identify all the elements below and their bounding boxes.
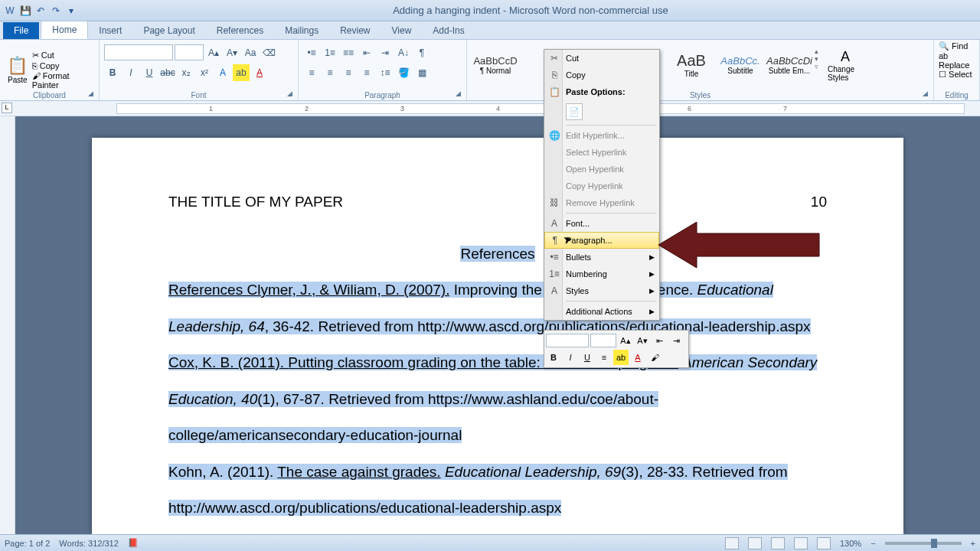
zoom-slider[interactable]	[885, 542, 962, 545]
tab-view[interactable]: View	[381, 22, 423, 39]
vertical-ruler[interactable]	[0, 116, 15, 534]
mini-highlight[interactable]: ab	[613, 350, 629, 365]
multilevel-button[interactable]: ≡≡	[340, 44, 357, 61]
status-words[interactable]: Words: 312/312	[59, 539, 118, 548]
subscript-button[interactable]: x₂	[178, 64, 194, 81]
copy-button[interactable]: ⎘ Copy	[32, 61, 94, 70]
undo-icon[interactable]: ↶	[34, 4, 47, 18]
bullets-button[interactable]: •≡	[303, 44, 320, 61]
select-button[interactable]: ☐ Select	[939, 70, 972, 80]
zoom-in-button[interactable]: +	[971, 539, 975, 548]
mini-dec-indent[interactable]: ⇤	[652, 333, 667, 348]
redo-icon[interactable]: ↷	[49, 4, 63, 18]
qat-dropdown-icon[interactable]: ▾	[64, 4, 78, 18]
view-outline[interactable]	[794, 537, 808, 549]
borders-button[interactable]: ▦	[413, 64, 430, 81]
cm-remove-hyperlink[interactable]: ⛓Remove Hyperlink	[544, 194, 659, 211]
line-spacing-button[interactable]: ↕≡	[377, 64, 394, 81]
style-subtitle[interactable]: AaBbCc.Subtitle	[717, 43, 764, 87]
align-center-button[interactable]: ≡	[322, 64, 338, 81]
cm-select-hyperlink[interactable]: Select Hyperlink	[544, 144, 659, 161]
cut-button[interactable]: ✂ Cut	[32, 51, 94, 60]
sort-button[interactable]: A↓	[395, 44, 412, 61]
strike-button[interactable]: abc	[159, 64, 176, 81]
zoom-out-button[interactable]: −	[871, 539, 875, 548]
tab-page-layout[interactable]: Page Layout	[132, 22, 205, 39]
save-icon[interactable]: 💾	[18, 4, 32, 18]
style-subtle-em[interactable]: AaBbCcDiSubtle Em...	[766, 43, 813, 87]
view-print-layout[interactable]	[725, 537, 739, 549]
increase-indent-button[interactable]: ⇥	[377, 44, 394, 61]
cm-additional-actions[interactable]: Additional Actions▶	[544, 303, 659, 320]
mini-font-combo[interactable]	[546, 334, 589, 347]
view-full-screen[interactable]	[748, 537, 762, 549]
change-styles-button[interactable]: AChange Styles	[827, 43, 864, 87]
mini-inc-indent[interactable]: ⇥	[668, 333, 684, 348]
shading-button[interactable]: 🪣	[395, 64, 412, 81]
font-size-combo[interactable]	[175, 44, 204, 60]
zoom-level[interactable]: 130%	[840, 539, 861, 548]
styles-launcher[interactable]: ◢	[923, 90, 932, 99]
mini-shrink-icon[interactable]: A▾	[635, 333, 650, 348]
cm-styles[interactable]: AStyles▶	[544, 282, 659, 299]
tab-mailings[interactable]: Mailings	[274, 22, 329, 39]
paragraph-launcher[interactable]: ◢	[456, 90, 465, 99]
mini-font-color[interactable]: A	[630, 350, 645, 365]
tab-selector[interactable]: L	[2, 103, 12, 113]
tab-references[interactable]: References	[206, 22, 274, 39]
cm-numbering[interactable]: 1≡Numbering▶	[544, 266, 659, 282]
mini-bold[interactable]: B	[546, 350, 561, 365]
view-web[interactable]	[771, 537, 785, 549]
find-button[interactable]: 🔍 Find	[939, 41, 968, 51]
cm-edit-hyperlink[interactable]: 🌐Edit Hyperlink...	[544, 127, 659, 144]
cm-copy[interactable]: ⎘Copy	[544, 67, 659, 83]
cm-copy-hyperlink[interactable]: Copy Hyperlink	[544, 178, 659, 194]
tab-home[interactable]: Home	[41, 21, 88, 39]
styles-gallery-more[interactable]: ▴▾▿	[815, 43, 825, 70]
underline-button[interactable]: U	[141, 64, 158, 81]
style-title[interactable]: AaBTitle	[668, 43, 715, 87]
change-case-icon[interactable]: Aa	[242, 44, 259, 61]
format-painter-button[interactable]: 🖌 Format Painter	[32, 71, 94, 90]
mini-underline[interactable]: U	[580, 350, 595, 365]
paste-button[interactable]: 📋 Paste	[5, 47, 31, 93]
mini-format-painter[interactable]: 🖌	[647, 350, 662, 365]
justify-button[interactable]: ≡	[358, 64, 375, 81]
cm-open-hyperlink[interactable]: Open Hyperlink	[544, 161, 659, 178]
font-launcher[interactable]: ◢	[287, 90, 296, 99]
align-right-button[interactable]: ≡	[340, 64, 357, 81]
numbering-button[interactable]: 1≡	[322, 44, 338, 61]
cm-font[interactable]: AFont...	[544, 215, 659, 232]
decrease-indent-button[interactable]: ⇤	[358, 44, 375, 61]
mini-center[interactable]: ≡	[596, 350, 612, 365]
mini-grow-icon[interactable]: A▴	[618, 333, 633, 348]
horizontal-ruler[interactable]: 1 2 3 4 5 6 7	[116, 103, 965, 114]
tab-review[interactable]: Review	[329, 22, 381, 39]
style-normal[interactable]: AaBbCcD¶ Normal	[472, 43, 519, 87]
tab-addins[interactable]: Add-Ins	[422, 22, 475, 39]
mini-size-combo[interactable]	[590, 334, 616, 347]
font-name-combo[interactable]	[104, 44, 173, 60]
status-page[interactable]: Page: 1 of 2	[5, 539, 50, 548]
cm-bullets[interactable]: •≡Bullets▶	[544, 249, 659, 266]
mini-italic[interactable]: I	[563, 350, 578, 365]
status-proofing-icon[interactable]: 📕	[128, 538, 139, 548]
shrink-font-icon[interactable]: A▾	[224, 44, 240, 61]
view-draft[interactable]	[817, 537, 831, 549]
tab-insert[interactable]: Insert	[88, 22, 132, 39]
show-marks-button[interactable]: ¶	[413, 44, 430, 61]
clear-formatting-icon[interactable]: ⌫	[260, 44, 277, 61]
align-left-button[interactable]: ≡	[303, 64, 320, 81]
highlight-button[interactable]: ab	[233, 64, 250, 81]
grow-font-icon[interactable]: A▴	[205, 44, 222, 61]
document-page[interactable]: THE TITLE OF MY PAPER 10 References Refe…	[92, 138, 903, 534]
font-color-button[interactable]: A	[251, 64, 268, 81]
tab-file[interactable]: File	[3, 22, 39, 39]
text-effects-icon[interactable]: A	[214, 64, 231, 81]
bold-button[interactable]: B	[104, 64, 121, 81]
cm-cut[interactable]: ✂Cut	[544, 50, 659, 67]
italic-button[interactable]: I	[122, 64, 139, 81]
clipboard-launcher[interactable]: ◢	[88, 90, 97, 99]
superscript-button[interactable]: x²	[196, 64, 213, 81]
replace-button[interactable]: ab Replace	[939, 51, 975, 70]
